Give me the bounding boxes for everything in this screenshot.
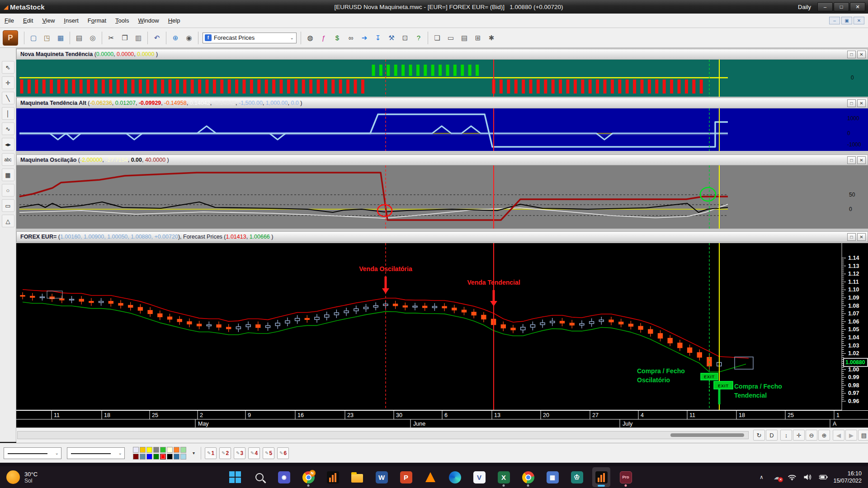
open-icon[interactable]: ◳ <box>41 32 53 44</box>
menu-view[interactable]: View <box>38 17 59 24</box>
color-swatch[interactable] <box>160 447 166 453</box>
color-swatch[interactable] <box>133 454 139 460</box>
chat-icon[interactable]: ◉ <box>275 467 293 487</box>
chart-preset-button-6[interactable]: ✎6 <box>277 447 289 459</box>
metastock-active-icon[interactable] <box>592 467 610 487</box>
paste-icon[interactable]: ▥ <box>132 32 145 44</box>
panel-close-button[interactable]: ✕ <box>857 99 866 107</box>
rectangle-tool[interactable]: ▭ <box>2 199 14 212</box>
panel-body-maquineta-oscilacao[interactable]: 500 <box>16 165 868 229</box>
horizontal-scrollbar[interactable] <box>17 431 749 439</box>
pan-button[interactable]: ✛ <box>793 430 805 441</box>
crosshair-tool[interactable]: ✛ <box>2 76 14 89</box>
color-swatch[interactable] <box>146 454 152 460</box>
vertical-line-tool[interactable]: │ <box>2 107 14 120</box>
color-swatch[interactable] <box>133 447 139 453</box>
triangle-tool[interactable]: △ <box>2 215 14 227</box>
menu-file[interactable]: File <box>0 17 19 24</box>
word-icon[interactable]: W <box>373 467 391 487</box>
crosshair-pointer-icon[interactable]: ⊕ <box>169 32 182 44</box>
indicator-combo[interactable]: fForecast Prices⌄ <box>203 33 297 43</box>
scrollbar-thumb[interactable] <box>670 433 744 437</box>
chart-preset-button-4[interactable]: ✎4 <box>248 447 260 459</box>
weather-widget[interactable]: 30°C Sol <box>0 470 99 484</box>
panel-maximize-button[interactable]: □ <box>847 99 856 107</box>
visio-icon[interactable]: V <box>470 467 488 487</box>
metastock-icon[interactable] <box>324 467 342 487</box>
periodicity-daily-button[interactable]: D <box>766 430 778 441</box>
onedrive-error-icon[interactable]: ☁✕ <box>772 473 782 481</box>
go-to-icon[interactable]: ➔ <box>358 32 371 44</box>
child-minimize-button[interactable]: – <box>829 17 840 24</box>
print-icon[interactable]: ▤ <box>73 32 85 44</box>
downloader-icon[interactable]: ↧ <box>372 32 384 44</box>
battery-icon[interactable] <box>818 474 828 480</box>
print-preview-icon[interactable]: ◎ <box>86 32 99 44</box>
menu-format[interactable]: Format <box>83 17 111 24</box>
panel-close-button[interactable]: ✕ <box>857 51 866 58</box>
apply-template-icon[interactable]: ▤ <box>458 32 471 44</box>
minimize-button[interactable]: – <box>817 2 833 11</box>
pointer-tool[interactable]: ⇖ <box>2 61 14 74</box>
cut-icon[interactable]: ✂ <box>105 32 118 44</box>
text-tool[interactable]: abc <box>2 153 14 166</box>
power-console-button[interactable]: P <box>3 30 18 46</box>
color-swatch[interactable] <box>146 447 152 453</box>
cascade-windows-icon[interactable]: ❏ <box>431 32 443 44</box>
chart-preset-button-5[interactable]: ✎5 <box>263 447 274 459</box>
vlc-icon[interactable] <box>421 467 439 487</box>
panel-body-maquineta-tendencia-alt[interactable]: 10000-1000 <box>16 108 868 151</box>
palette-more-icon[interactable]: ▾ <box>193 450 195 455</box>
panel-maximize-button[interactable]: □ <box>847 51 856 58</box>
tile-windows-icon[interactable]: ⊞ <box>472 32 484 44</box>
calculator-icon[interactable]: ▦ <box>543 467 561 487</box>
save-icon[interactable]: ▦ <box>54 32 67 44</box>
browser-chrome-2-icon[interactable] <box>519 467 537 487</box>
color-swatch[interactable] <box>167 454 173 460</box>
color-swatch[interactable] <box>140 454 146 460</box>
tray-chevron-icon[interactable]: ∧ <box>756 474 766 480</box>
panel-body-nova-maquineta-tendencia[interactable]: 0 <box>16 60 868 97</box>
color-swatch[interactable] <box>180 454 186 460</box>
data-window-button[interactable]: ▤ <box>858 430 868 441</box>
expert-advisor-icon[interactable]: $ <box>331 32 344 44</box>
color-swatch[interactable] <box>153 447 159 453</box>
chart-preset-button-1[interactable]: ✎1 <box>205 447 217 459</box>
panel-close-button[interactable]: ✕ <box>857 233 866 241</box>
line-style-combo[interactable]: ⌄ <box>4 447 61 459</box>
zoom-in-button[interactable]: ⊕ <box>818 430 830 441</box>
ellipse-tool[interactable]: ○ <box>2 184 14 197</box>
child-close-button[interactable]: ✕ <box>854 17 864 24</box>
wifi-icon[interactable] <box>787 474 797 481</box>
indicator-builder-icon[interactable]: ƒ <box>317 32 330 44</box>
scroll-left-right-buttons[interactable]: ◂▸ <box>2 138 14 150</box>
line-weight-combo[interactable]: ⌄ <box>67 447 125 459</box>
excel-icon[interactable]: X <box>495 467 513 487</box>
menu-tools[interactable]: Tools <box>111 17 133 24</box>
undo-icon[interactable]: ↶ <box>151 32 163 44</box>
new-chart-icon[interactable]: ▢ <box>27 32 40 44</box>
vertical-scale-button[interactable]: ↕ <box>780 430 792 441</box>
start-button[interactable] <box>226 467 244 487</box>
pro-app-icon[interactable]: Pro <box>617 467 635 487</box>
trendline-tool[interactable]: ╲ <box>2 92 14 104</box>
chart-preset-button-3[interactable]: ✎3 <box>234 447 245 459</box>
panel-maximize-button[interactable]: □ <box>847 156 856 164</box>
child-restore-button[interactable]: ▣ <box>841 17 852 24</box>
explorer-globe-icon[interactable]: ◍ <box>304 32 316 44</box>
regression-tool[interactable]: ∿ <box>2 122 14 135</box>
close-button[interactable]: ✕ <box>850 2 865 11</box>
color-swatch[interactable] <box>180 447 186 453</box>
refresh-button[interactable]: ↻ <box>753 430 765 441</box>
custom-toolbar-icon[interactable]: ✱ <box>485 32 498 44</box>
color-swatch[interactable] <box>167 447 173 453</box>
edge-icon[interactable] <box>446 467 464 487</box>
date-axis[interactable]: 11182529162330613202741118251MayJuneJuly… <box>16 410 868 427</box>
chess-app-icon[interactable]: ♔ <box>568 467 586 487</box>
fibonacci-grid-tool[interactable]: ▦ <box>2 169 14 181</box>
chart-preset-button-2[interactable]: ✎2 <box>219 447 231 459</box>
color-swatch[interactable] <box>174 447 179 453</box>
menu-help[interactable]: Help <box>164 17 185 24</box>
zoom-out-button[interactable]: ⊖ <box>806 430 817 441</box>
color-swatch[interactable] <box>153 454 159 460</box>
